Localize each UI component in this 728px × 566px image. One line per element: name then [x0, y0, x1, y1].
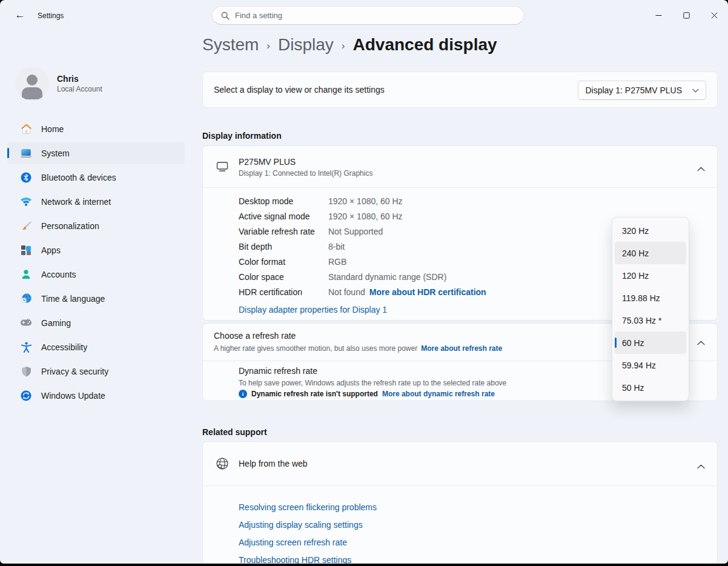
display-adapter-properties-link[interactable]: Display adapter properties for Display 1 [239, 305, 387, 315]
sidebar-item-label: Windows Update [41, 391, 105, 401]
chevron-down-icon [692, 88, 699, 93]
related-support-heading: Related support [202, 427, 267, 437]
home-icon [20, 123, 32, 135]
more-about-refresh-rate-link[interactable]: More about refresh rate [421, 344, 502, 353]
sidebar-item-label: Privacy & security [41, 367, 108, 376]
more-about-dynamic-refresh-rate-link[interactable]: More about dynamic refresh rate [382, 390, 495, 398]
display-selector-card: Select a display to view or change its s… [202, 72, 718, 108]
user-name: Chris [57, 74, 102, 84]
minimize-button[interactable] [644, 0, 672, 30]
help-link-display-scaling[interactable]: Adjusting display scaling settings [239, 520, 363, 530]
personalization-icon [20, 220, 32, 232]
help-links: Resolving screen flickering problems Adj… [203, 486, 717, 564]
help-from-web-card: Help from the web Resolving screen flick… [202, 441, 718, 564]
avatar [15, 67, 49, 101]
apps-icon [20, 244, 32, 256]
bluetooth-icon [20, 171, 32, 184]
help-link-screen-flickering[interactable]: Resolving screen flickering problems [239, 502, 377, 512]
accounts-icon [20, 268, 32, 281]
account-block: Chris Local Account [15, 67, 102, 101]
display-selector-dropdown[interactable]: Display 1: P275MV PLUS [578, 81, 706, 100]
page-title: Advanced display [353, 35, 497, 55]
time-language-icon [20, 293, 32, 305]
windows-update-icon [20, 390, 32, 402]
refresh-rate-flyout: 320 Hz 240 Hz 120 Hz 119.88 Hz 75.03 Hz … [612, 217, 689, 401]
chevron-up-icon[interactable] [697, 337, 705, 348]
sidebar-item-label: Gaming [41, 318, 71, 328]
search-icon [221, 12, 230, 20]
refresh-option-120hz[interactable]: 120 Hz [615, 264, 686, 287]
window-controls [644, 0, 728, 30]
user-account-type: Local Account [57, 85, 102, 93]
sidebar-item-gaming[interactable]: Gaming [7, 311, 185, 334]
sidebar-item-personalization[interactable]: Personalization [7, 215, 185, 237]
system-icon [20, 147, 32, 159]
refresh-rate-title: Choose a refresh rate [214, 331, 296, 341]
display-info-expander-header[interactable]: P275MV PLUS Display 1: Connected to Inte… [203, 146, 717, 187]
refresh-option-240hz[interactable]: 240 Hz [615, 242, 686, 264]
refresh-option-75-03hz[interactable]: 75.03 Hz * [615, 309, 686, 331]
chevron-up-icon[interactable] [697, 461, 705, 471]
sidebar-item-label: Apps [41, 245, 61, 255]
sidebar-item-label: Time & language [41, 294, 105, 304]
help-link-screen-refresh-rate[interactable]: Adjusting screen refresh rate [239, 538, 347, 547]
display-selector-label: Select a display to view or change its s… [214, 85, 385, 95]
breadcrumb-display[interactable]: Display [278, 35, 334, 55]
refresh-option-60hz[interactable]: 60 Hz [615, 331, 686, 354]
dynamic-refresh-rate-status: i Dynamic refresh rate isn't supported M… [239, 390, 495, 398]
info-icon: i [239, 390, 247, 398]
network-icon [20, 196, 32, 208]
sidebar-item-label: Bluetooth & devices [41, 173, 116, 182]
sidebar-item-label: System [41, 148, 70, 158]
display-selector-value: Display 1: P275MV PLUS [585, 85, 682, 95]
sidebar-item-home[interactable]: Home [7, 118, 185, 140]
chevron-up-icon[interactable] [697, 163, 705, 174]
sidebar-item-windows-update[interactable]: Windows Update [7, 384, 185, 407]
title-bar: ← Settings [0, 0, 728, 30]
maximize-button[interactable] [672, 0, 700, 30]
dynamic-refresh-rate-subtitle: To help save power, Windows adjusts the … [239, 379, 506, 387]
info-row-desktop-mode: Desktop mode 1920 × 1080, 60 Hz [239, 193, 717, 208]
search-input[interactable] [235, 11, 489, 20]
sidebar: Chris Local Account Home System [0, 30, 200, 564]
sidebar-item-label: Network & internet [41, 197, 111, 207]
sidebar-item-label: Home [41, 124, 64, 134]
app-title: Settings [38, 12, 64, 20]
sidebar-item-label: Accounts [41, 270, 76, 279]
sidebar-item-accounts[interactable]: Accounts [7, 263, 185, 285]
back-arrow-icon: ← [15, 9, 25, 21]
accessibility-icon [20, 341, 32, 353]
dynamic-refresh-rate-title: Dynamic refresh rate [239, 366, 317, 376]
sidebar-item-apps[interactable]: Apps [7, 239, 185, 261]
sidebar-item-accessibility[interactable]: Accessibility [7, 336, 185, 358]
sidebar-nav: Home System Bluetooth & devices Network … [7, 118, 185, 408]
sidebar-item-system[interactable]: System [7, 142, 185, 164]
settings-window: ← Settings Chris Local Ac [0, 0, 728, 564]
sidebar-item-bluetooth-devices[interactable]: Bluetooth & devices [7, 166, 185, 188]
breadcrumb-separator: › [266, 38, 270, 52]
privacy-shield-icon [20, 365, 32, 378]
display-information-heading: Display information [202, 131, 282, 141]
display-name: P275MV PLUS [239, 157, 296, 167]
breadcrumb: System › Display › Advanced display [202, 35, 497, 55]
close-button[interactable] [700, 0, 728, 30]
help-link-hdr-settings[interactable]: Troubleshooting HDR settings [239, 555, 351, 564]
more-about-hdr-link[interactable]: More about HDR certification [369, 287, 486, 297]
help-expander-header[interactable]: Help from the web [203, 442, 717, 485]
refresh-option-50hz[interactable]: 50 Hz [615, 376, 686, 399]
refresh-option-320hz[interactable]: 320 Hz [615, 219, 686, 242]
sidebar-item-label: Accessibility [41, 342, 87, 352]
refresh-rate-subtitle: A higher rate gives smoother motion, but… [214, 344, 502, 353]
search-box[interactable] [212, 6, 524, 25]
refresh-option-59-94hz[interactable]: 59.94 Hz [615, 354, 686, 376]
sidebar-item-network-internet[interactable]: Network & internet [7, 190, 185, 213]
help-from-web-title: Help from the web [239, 459, 308, 468]
back-button[interactable]: ← [11, 7, 29, 24]
sidebar-item-time-language[interactable]: Time & language [7, 287, 185, 310]
breadcrumb-separator: › [342, 38, 345, 52]
monitor-icon [216, 161, 229, 175]
sidebar-item-privacy-security[interactable]: Privacy & security [7, 360, 185, 382]
refresh-option-119-88hz[interactable]: 119.88 Hz [615, 287, 686, 309]
display-connection: Display 1: Connected to Intel(R) Graphic… [239, 169, 372, 178]
breadcrumb-system[interactable]: System [202, 35, 259, 55]
